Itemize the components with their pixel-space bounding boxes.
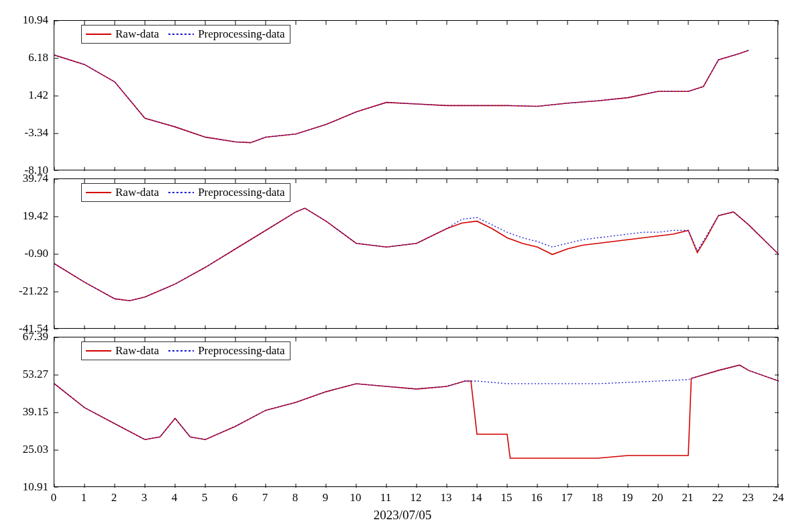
y-tick-label: 53.27	[8, 368, 48, 381]
x-tick-label: 20	[652, 491, 663, 504]
x-tick-label: 11	[380, 491, 391, 504]
legend-entry-raw: Raw-data	[86, 344, 159, 358]
x-tick-label: 16	[531, 491, 543, 504]
series-Z-proc	[54, 365, 779, 439]
x-tick-label: 10	[350, 491, 362, 504]
legend-swatch-raw	[86, 192, 111, 193]
x-tick-label: 4	[172, 491, 178, 504]
y-tick-label: 19.42	[8, 209, 48, 223]
y-tick-label: 10.94	[8, 13, 48, 27]
legend-label-proc: Preprocessing-data	[198, 344, 284, 358]
legend-Z: Raw-data Preprocessing-data	[81, 341, 290, 360]
series-H-raw	[54, 208, 779, 301]
x-tick-label: 12	[411, 491, 422, 504]
x-tick-label: 8	[292, 491, 299, 504]
legend-swatch-proc	[168, 34, 194, 35]
panel-D: Raw-data Preprocessing-data	[54, 20, 778, 170]
y-tick-label: 39.15	[8, 405, 48, 419]
legend-entry-raw: Raw-data	[86, 186, 159, 199]
y-tick-label: -3.34	[8, 126, 48, 140]
x-tick-label: 6	[232, 491, 238, 504]
x-tick-label: 14	[471, 491, 482, 504]
x-tick-label: 22	[712, 491, 724, 504]
legend-entry-proc: Preprocessing-data	[168, 186, 284, 199]
x-tick-label: 9	[323, 491, 329, 504]
x-tick-label: 23	[743, 491, 754, 504]
x-tick-label: 15	[501, 491, 513, 504]
legend-swatch-proc	[168, 350, 194, 352]
y-tick-label: 39.74	[8, 172, 48, 185]
x-tick-label: 1	[81, 491, 87, 504]
legend-entry-proc: Preprocessing-data	[168, 28, 284, 41]
series-H-proc	[54, 208, 779, 301]
legend-label-raw: Raw-data	[115, 28, 159, 41]
x-tick-label: 2	[111, 491, 117, 504]
legend-entry-proc: Preprocessing-data	[168, 344, 284, 358]
x-tick-label: 19	[622, 491, 633, 504]
x-tick-label: 0	[51, 491, 57, 504]
x-tick-label: 21	[682, 491, 694, 504]
series-D-raw	[54, 50, 749, 143]
legend-swatch-raw	[86, 34, 111, 35]
legend-swatch-raw	[86, 350, 111, 352]
legend-label-proc: Preprocessing-data	[198, 28, 284, 41]
x-tick-label: 17	[561, 491, 573, 504]
legend-H: Raw-data Preprocessing-data	[81, 183, 290, 202]
y-tick-label: 6.18	[8, 51, 48, 64]
x-tick-label: 3	[142, 491, 148, 504]
x-axis-label: 2023/07/05	[374, 508, 432, 523]
legend-label-raw: Raw-data	[115, 186, 159, 199]
y-tick-label: 10.91	[8, 480, 48, 494]
legend-swatch-proc	[168, 192, 194, 193]
legend-label-raw: Raw-data	[115, 344, 159, 358]
y-tick-label: -21.22	[8, 284, 48, 298]
figure: Raw-data Preprocessing-data Raw-data Pre…	[0, 0, 805, 532]
x-tick-label: 7	[262, 491, 268, 504]
series-D-proc	[54, 50, 749, 143]
legend-entry-raw: Raw-data	[86, 28, 159, 41]
x-tick-label: 24	[773, 491, 784, 504]
y-tick-label: 67.39	[8, 330, 48, 343]
series-Z-raw	[54, 365, 779, 458]
y-tick-label: 1.42	[8, 89, 48, 102]
panel-Z: Raw-data Preprocessing-data	[54, 337, 778, 487]
y-tick-label: 25.03	[8, 443, 48, 456]
panel-H: Raw-data Preprocessing-data	[54, 178, 778, 329]
x-tick-label: 18	[592, 491, 603, 504]
legend-label-proc: Preprocessing-data	[198, 186, 284, 199]
x-tick-label: 13	[441, 491, 452, 504]
legend-D: Raw-data Preprocessing-data	[81, 25, 290, 44]
y-tick-label: -0.90	[8, 247, 48, 260]
x-tick-label: 5	[202, 491, 208, 504]
